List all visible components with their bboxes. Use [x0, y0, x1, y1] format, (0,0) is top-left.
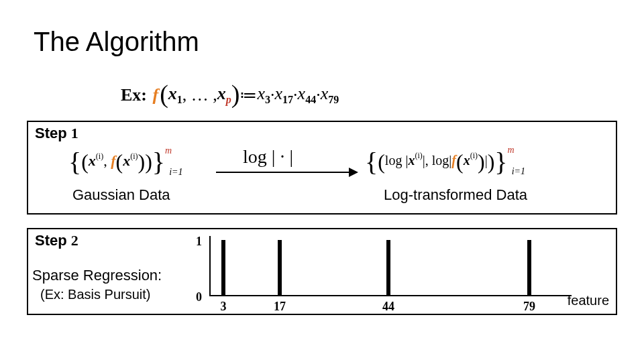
gaussian-data-label: Gaussian Data: [72, 186, 170, 204]
chart-x-axis: [209, 295, 572, 296]
feature-axis-label: feature: [568, 293, 609, 308]
arg-dots: , … ,: [182, 85, 217, 105]
paren-open: (: [160, 79, 168, 109]
arg-x1: x1: [168, 84, 182, 106]
log-operator: log | · |: [243, 146, 293, 168]
term-x79: x79: [321, 84, 339, 106]
step1-label: Step 1: [35, 125, 78, 142]
ex-fsym: f: [152, 85, 160, 105]
term-x3: x3: [257, 84, 270, 106]
arg-xp: xp: [217, 84, 231, 106]
sparse-coef-chart: 1 0 3174479: [196, 236, 572, 300]
chart-bar: [386, 240, 390, 296]
chart-y-axis: [209, 236, 211, 296]
gaussian-dataset-expr: {(x(i), f(x(i)))}mi=1: [68, 146, 185, 178]
step2-label: Step 2: [35, 232, 78, 249]
term-x44: x44: [298, 84, 317, 106]
paren-close: ): [231, 79, 240, 109]
example-formula: Ex: f ( x1 , … , xp ) ≔ x3 · x17 · x44 ·…: [121, 80, 339, 110]
ex-prefix: Ex:: [121, 85, 147, 105]
transform-arrow: [216, 172, 357, 173]
chart-xtick: 79: [523, 300, 535, 314]
chart-xtick: 3: [221, 300, 227, 314]
log-transformed-label: Log-transformed Data: [384, 186, 527, 204]
step2-box: Step 2 Sparse Regression: (Ex: Basis Pur…: [27, 228, 617, 315]
sparse-regression-label: Sparse Regression:: [32, 267, 162, 284]
log-dataset-expr: {(log |x(i)|, log|f(x(i))|)}mi=1: [365, 146, 528, 178]
step1-box: Step 1 {(x(i), f(x(i)))}mi=1 Gaussian Da…: [27, 121, 617, 215]
ytick-0: 0: [196, 290, 202, 304]
chart-xtick: 17: [274, 300, 286, 314]
page-title: The Algorithm: [34, 27, 199, 57]
chart-bar: [527, 240, 531, 296]
ytick-1: 1: [196, 235, 202, 249]
chart-xtick: 44: [382, 300, 394, 314]
defeq: ≔: [239, 85, 257, 106]
chart-bar: [278, 240, 282, 296]
basis-pursuit-label: (Ex: Basis Pursuit): [40, 287, 150, 302]
term-x17: x17: [275, 84, 294, 106]
chart-bar: [221, 240, 225, 296]
